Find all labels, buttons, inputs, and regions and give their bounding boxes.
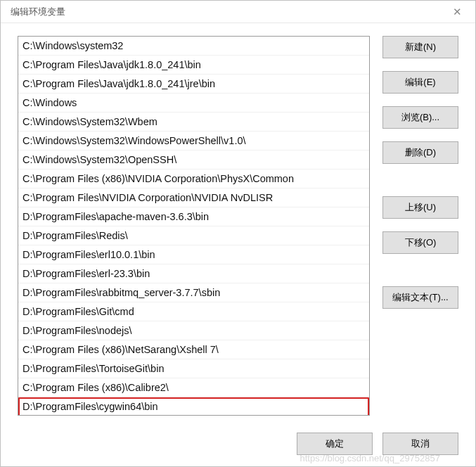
move-up-button[interactable]: 上移(U) xyxy=(382,196,458,219)
edit-text-button[interactable]: 编辑文本(T)... xyxy=(382,286,458,309)
path-list-item[interactable]: D:\ProgramFiles\erl-23.3\bin xyxy=(18,264,369,283)
edit-button[interactable]: 编辑(E) xyxy=(382,71,458,94)
path-list-item[interactable]: C:\Windows\System32\WindowsPowerShell\v1… xyxy=(18,132,369,151)
path-list-item[interactable]: C:\Program Files\Java\jdk1.8.0_241\bin xyxy=(18,56,369,75)
path-list-item[interactable]: D:\ProgramFiles\nodejs\ xyxy=(18,321,369,340)
path-list-item[interactable]: C:\Windows\System32\OpenSSH\ xyxy=(18,151,369,169)
browse-button[interactable]: 浏览(B)... xyxy=(382,106,458,129)
path-list-item[interactable]: D:\ProgramFiles\cygwin64\bin xyxy=(18,397,369,416)
delete-button[interactable]: 删除(D) xyxy=(382,141,458,164)
path-list-item[interactable]: C:\Program Files\NVIDIA Corporation\NVID… xyxy=(18,188,369,207)
close-icon: ✕ xyxy=(453,6,462,18)
path-list-item[interactable]: C:\Program Files (x86)\NVIDIA Corporatio… xyxy=(18,169,369,188)
new-button[interactable]: 新建(N) xyxy=(382,36,458,58)
content-area: C:\Windows\system32C:\Program Files\Java… xyxy=(1,23,475,426)
path-list-item[interactable]: D:\ProgramFiles\rabbitmq_server-3.7.7\sb… xyxy=(18,283,369,302)
move-down-button[interactable]: 下移(O) xyxy=(382,231,458,254)
path-list-item[interactable]: C:\Program Files (x86)\NetSarang\Xshell … xyxy=(18,340,369,359)
dialog-footer: 确定 取消 xyxy=(1,426,475,466)
path-list-item[interactable]: C:\Windows\system32 xyxy=(18,37,369,56)
titlebar: 编辑环境变量 ✕ xyxy=(1,1,475,23)
path-list-item[interactable]: C:\Program Files (x86)\Calibre2\ xyxy=(18,378,369,397)
path-list-item[interactable]: C:\Windows xyxy=(18,94,369,113)
path-list-item[interactable]: D:\ProgramFiles\erl10.0.1\bin xyxy=(18,245,369,264)
path-list-item[interactable]: D:\ProgramFiles\Git\cmd xyxy=(18,302,369,321)
path-list[interactable]: C:\Windows\system32C:\Program Files\Java… xyxy=(18,36,370,416)
ok-button[interactable]: 确定 xyxy=(297,433,373,455)
path-list-item[interactable]: C:\Program Files\Java\jdk1.8.0_241\jre\b… xyxy=(18,75,369,94)
button-column: 新建(N) 编辑(E) 浏览(B)... 删除(D) 上移(U) 下移(O) 编… xyxy=(382,36,458,418)
path-list-item[interactable]: D:\ProgramFiles\TortoiseGit\bin xyxy=(18,359,369,378)
path-list-item[interactable]: C:\Windows\System32\Wbem xyxy=(18,113,369,132)
dialog-title: 编辑环境变量 xyxy=(11,6,65,18)
path-list-item[interactable]: D:\ProgramFiles\apache-maven-3.6.3\bin xyxy=(18,207,369,226)
path-list-item[interactable]: D:\ProgramFiles\Redis\ xyxy=(18,226,369,245)
close-button[interactable]: ✕ xyxy=(449,4,465,20)
env-var-edit-dialog: 编辑环境变量 ✕ C:\Windows\system32C:\Program F… xyxy=(0,0,476,467)
cancel-button[interactable]: 取消 xyxy=(382,433,458,455)
